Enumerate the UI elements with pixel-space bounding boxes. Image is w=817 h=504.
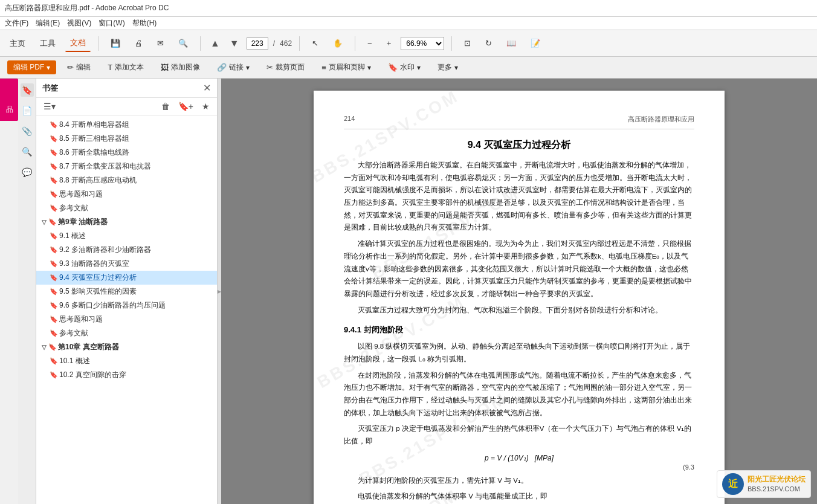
bookmark-item-8_8[interactable]: 🔖 8.8 开断高压感应电动机	[36, 173, 217, 187]
header-footer-button[interactable]: ≡ 页眉和页脚 ▾	[315, 60, 377, 74]
formula-text: p = V / (10V₁) [MPa]	[485, 454, 554, 462]
menu-edit[interactable]: 编辑(E)	[36, 18, 60, 28]
bookmark-icon: 🔖	[50, 302, 59, 309]
bookmark-item-9_4[interactable]: 🔖 9.4 灭弧室压力过程分析	[36, 271, 217, 285]
pdf-area[interactable]: BBS.21SPV.COM BBS.21SPV.COM BBS.21SPV.CO…	[221, 79, 817, 504]
current-page-input[interactable]: 223	[247, 37, 268, 50]
cursor-tool-button[interactable]: ↖	[307, 36, 323, 50]
expand-icon: ▽	[40, 219, 48, 225]
zoom-out-button[interactable]: −	[363, 36, 377, 50]
page-separator: /	[273, 39, 275, 48]
fit-page-button[interactable]: ⊡	[459, 36, 476, 50]
separator-1	[98, 36, 98, 51]
hand-tool-button[interactable]: ✋	[328, 36, 347, 50]
annotate-button[interactable]: 📝	[526, 36, 545, 50]
search-icon: 🔍	[178, 39, 188, 48]
edit-pdf-button[interactable]: 编辑 PDF ▾	[7, 60, 56, 74]
page-book-title: 高压断路器原理和应用	[628, 115, 694, 124]
sidebar-icon-attachments[interactable]: 📎	[21, 124, 34, 138]
bookmarks-title: 书签	[42, 83, 58, 94]
link-icon: 🔗	[217, 63, 227, 72]
bookmarks-tree: 🔖 8.4 开断单相电容器组 🔖 8.5 开断三相电容器组 🔖 8.6 开断全载…	[36, 115, 217, 504]
bookmark-item-ch10[interactable]: ▽ 🔖 第10章 真空断路器	[36, 340, 217, 354]
bookmark-icon: 🔖	[50, 204, 59, 212]
bookmark-icon: 🔖	[50, 329, 59, 337]
sidebar-icon-pages[interactable]: 📄	[21, 104, 34, 117]
save-button[interactable]: 💾	[106, 36, 125, 50]
bookmark-item-9_ref[interactable]: 🔖 参考文献	[36, 326, 217, 340]
bookmark-item-8_6[interactable]: 🔖 8.6 开断全载输电线路	[36, 146, 217, 160]
read-mode-button[interactable]: 📖	[502, 36, 521, 50]
add-image-button[interactable]: 🖼 添加图像	[155, 60, 206, 74]
bookmark-item-8_ex[interactable]: 🔖 思考题和习题	[36, 187, 217, 201]
pink-sidebar-button[interactable]: 品	[0, 79, 18, 121]
bookmark-icon: 🔖	[50, 371, 59, 379]
pdf-paragraph-1: 大部分油断路器采用自能灭弧室。在自能灭弧室中，开断电流增大时，电弧使油蒸发和分解…	[344, 159, 694, 234]
bookmark-icon: 🔖	[50, 121, 59, 129]
home-button[interactable]: 主页	[5, 36, 30, 51]
pdf-paragraph-3: 灭弧室压力过程大致可分为封闭泡、气吹和泡溢三个阶段。下面分别对各阶段进行分析和讨…	[344, 304, 694, 317]
bookmark-star-button[interactable]: ★	[199, 100, 212, 112]
bookmark-expand-button[interactable]: ☰▾	[41, 100, 58, 112]
bookmark-item-9_2[interactable]: 🔖 9.2 多油断路器和少油断路器	[36, 243, 217, 257]
pdf-paragraph-6: 灭弧室压力 p 决定于电弧蒸发和分解油产生的热气体积率V（在一个大气压力下）与气…	[344, 422, 694, 447]
bookmark-item-10_2[interactable]: 🔖 10.2 真空间隙的击穿	[36, 368, 217, 382]
link-button[interactable]: 🔗 链接 ▾	[211, 60, 256, 74]
section-title-9_4: 9.4 灭弧室压力过程分析	[344, 139, 694, 152]
zoom-in-button[interactable]: +	[382, 36, 396, 50]
bookmark-icon: 🔖	[50, 315, 59, 323]
menu-window[interactable]: 窗口(W)	[98, 18, 124, 28]
bookmark-item-9_5[interactable]: 🔖 9.5 影响灭弧性能的因素	[36, 285, 217, 299]
bookmark-add-button[interactable]: 🔖+	[176, 100, 196, 112]
sidebar-icon-comments[interactable]: 💬	[21, 166, 34, 179]
bookmark-item-9_3[interactable]: 🔖 9.3 油断路器的灭弧室	[36, 257, 217, 271]
tools-button[interactable]: 工具	[35, 36, 60, 51]
zoom-out-icon: −	[367, 39, 372, 48]
bookmark-item-9_1[interactable]: 🔖 9.1 概述	[36, 229, 217, 243]
search-button[interactable]: 🔍	[173, 36, 193, 50]
print-button[interactable]: 🖨	[130, 36, 147, 50]
bookmark-item-8_5[interactable]: 🔖 8.5 开断三相电容器组	[36, 132, 217, 146]
document-button[interactable]: 文档	[65, 35, 91, 52]
zoom-select[interactable]: 66.9% 50% 75% 100% 125% 150%	[401, 37, 444, 50]
sidebar-icons: 🔖 📄 📎 🔍 💬	[18, 79, 36, 504]
bookmark-item-10_1[interactable]: 🔖 10.1 概述	[36, 354, 217, 368]
menu-file[interactable]: 文件(F)	[5, 18, 28, 28]
email-button[interactable]: ✉	[152, 36, 169, 50]
bookmarks-close-button[interactable]: ✕	[203, 82, 211, 94]
bookmark-item-8_ref[interactable]: 🔖 参考文献	[36, 201, 217, 215]
sidebar-icon-search[interactable]: 🔍	[21, 145, 34, 158]
more-button[interactable]: 更多 ▾	[431, 60, 464, 74]
pdf-paragraph-5: 在封闭泡阶段，油蒸发和分解的气体在电弧周围形成气泡。随着电流不断拉长，产生的气体…	[344, 369, 694, 419]
rotate-button[interactable]: ↻	[480, 36, 497, 50]
link-drop-icon: ▾	[246, 63, 250, 72]
next-page-button[interactable]: ▼	[227, 37, 242, 50]
annotate-icon: 📝	[531, 39, 540, 48]
bookmark-item-9_6[interactable]: 🔖 9.6 多断口少油断路器的均压问题	[36, 299, 217, 312]
bookmarks-panel: 书签 ✕ ☰▾ 🗑 🔖+ ★ 🔖 8.4 开断单相电容器组 🔖 8.5 开断三相…	[36, 79, 218, 504]
bookmarks-toolbar: ☰▾ 🗑 🔖+ ★	[36, 98, 217, 115]
header-drop-icon: ▾	[367, 63, 371, 72]
add-text-button[interactable]: T 添加文本	[102, 60, 150, 74]
bookmark-icon: 🔖	[50, 176, 59, 184]
separator-2	[200, 36, 201, 51]
sidebar-icon-bookmarks[interactable]: 🔖	[21, 83, 34, 97]
crop-icon: ✂	[266, 63, 273, 72]
bookmark-item-8_7[interactable]: 🔖 8.7 开断全载变压器和电抗器	[36, 160, 217, 173]
bookmark-icon: 🔖	[48, 218, 58, 226]
bookmark-delete-button[interactable]: 🗑	[159, 100, 172, 112]
bookmark-icon: 🔖	[50, 260, 59, 268]
bookmark-item-9_ex[interactable]: 🔖 思考题和习题	[36, 312, 217, 326]
edit-button[interactable]: ✏ 编辑	[61, 60, 97, 74]
prev-page-button[interactable]: ▲	[208, 37, 222, 50]
watermark-drop-icon: ▾	[417, 63, 421, 72]
bookmark-item-8_4[interactable]: 🔖 8.4 开断单相电容器组	[36, 118, 217, 132]
watermark-logo: 近 阳光工匠光伏论坛 BBS.21SPV.COM	[717, 470, 811, 498]
bookmark-item-ch9[interactable]: ▽ 🔖 第9章 油断路器	[36, 215, 217, 229]
menu-view[interactable]: 视图(V)	[67, 18, 91, 28]
hand-icon: ✋	[333, 39, 343, 48]
menu-help[interactable]: 帮助(H)	[132, 18, 157, 28]
pencil-icon: ✏	[67, 63, 74, 72]
watermark-button[interactable]: 🔖 水印 ▾	[382, 60, 427, 74]
crop-button[interactable]: ✂ 裁剪页面	[260, 60, 311, 74]
